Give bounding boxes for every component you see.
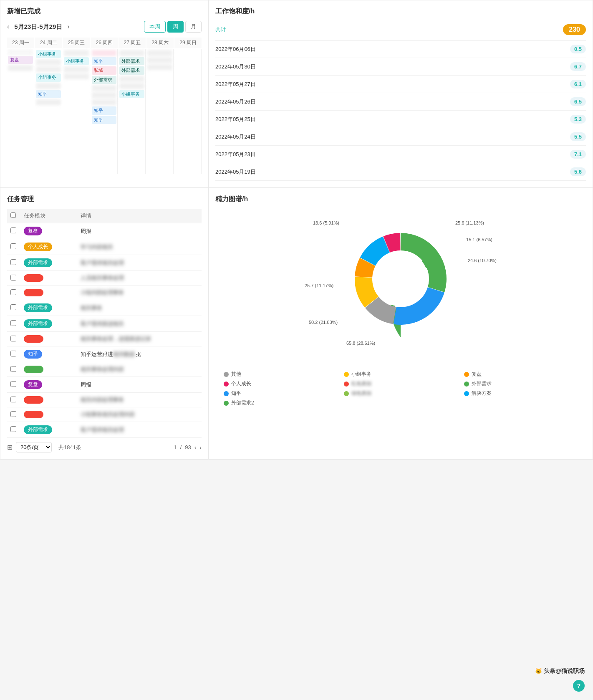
label-other: 50.2 (21.83%) [309, 320, 338, 325]
page-prev-btn[interactable]: ‹ [194, 444, 197, 451]
workload-total-label: 共计 [215, 26, 226, 33]
cal-prev-btn[interactable]: ‹ [7, 23, 9, 30]
task-check-12[interactable] [10, 411, 16, 417]
task-check-5[interactable] [10, 304, 16, 310]
workload-val-5: 5.5 [570, 132, 586, 141]
task-check-6[interactable] [10, 320, 16, 326]
legend-label-green: 绿色类别 [351, 390, 371, 397]
legend-item-waibu2: 外部需求2 [224, 399, 337, 407]
task-detail-8: 知乎运营跟进相关数据 据 [81, 351, 142, 357]
table-row: 小组事务相关处理内容 [7, 407, 202, 422]
task-check-0[interactable] [10, 227, 16, 233]
task-check-1[interactable] [10, 243, 16, 249]
cal-day-26: 26 周四 [91, 38, 118, 48]
task-tag-2: 外部需求 [24, 258, 52, 267]
task-check-11[interactable] [10, 397, 16, 402]
task-detail-7: 相关事务处理，进度跟进记录 [81, 336, 151, 342]
cal-tag-zhihu4: 知乎 [92, 116, 117, 124]
cal-tag-zhihu1: 知乎 [36, 90, 61, 98]
cal-tag-xiaozu1: 小组事务 [36, 50, 61, 58]
cal-thisweek-btn[interactable]: 本周 [144, 21, 166, 33]
task-tag-13: 外部需求 [24, 425, 52, 434]
cal-tag-waibu2: 外部需求 [119, 57, 144, 65]
cal-next-btn[interactable]: › [67, 23, 69, 30]
task-tag-0: 复盘 [24, 227, 42, 235]
cal-day-23: 23 周一 [7, 38, 34, 48]
calendar-header: ‹ 5月23日-5月29日 › 本周 周 月 [7, 21, 202, 33]
task-check-9[interactable] [10, 366, 16, 372]
cal-col-28 [146, 49, 174, 174]
table-row: 复盘 周报 [7, 377, 202, 393]
legend-item-geren: 个人成长 [224, 380, 337, 387]
task-table: 任务模块 详情 复盘 周报 个人成长 学习内容相关 [7, 209, 202, 438]
cal-col-29 [174, 49, 202, 174]
cal-week-btn[interactable]: 周 [167, 21, 184, 33]
workload-date-3: 2022年05月26日 [215, 98, 256, 106]
task-check-2[interactable] [10, 259, 16, 265]
workload-title: 工作饱和度/h [215, 7, 586, 16]
workload-date-2: 2022年05月27日 [215, 81, 256, 88]
legend-item-zhihu: 知乎 [224, 390, 337, 397]
task-col-check [7, 209, 20, 223]
task-detail-0: 周报 [81, 228, 91, 234]
task-check-4[interactable] [10, 289, 16, 295]
cal-tag [92, 50, 117, 56]
table-row: 个人成长 学习内容相关 [7, 239, 202, 255]
calendar-grid-header: 23 周一 24 周二 25 周三 26 周四 27 周五 28 周六 29 周… [7, 38, 202, 174]
cal-btn-group: 本周 周 月 [144, 21, 202, 33]
task-check-10[interactable] [10, 381, 16, 387]
cal-tag [119, 83, 144, 89]
legend-dot-other [224, 372, 229, 377]
workload-val-2: 6.1 [570, 80, 586, 88]
workload-row-6: 2022年05月23日 7.1 [215, 146, 586, 163]
task-total-pages: 93 [185, 444, 191, 450]
workload-date-0: 2022年06月06日 [215, 45, 256, 53]
task-detail-6: 客户需求跟进相关 [81, 321, 124, 327]
workload-date-5: 2022年05月24日 [215, 133, 256, 141]
cal-tag [64, 73, 89, 79]
cal-day-25: 25 周三 [63, 38, 90, 48]
workload-row-7: 2022年05月19日 5.6 [215, 163, 586, 181]
task-check-3[interactable] [10, 275, 16, 281]
legend-label-geren: 个人成长 [231, 380, 251, 387]
task-tag-3 [24, 274, 43, 282]
energy-panel: 精力图谱/h [209, 188, 593, 460]
cal-tag-zhihu2: 知乎 [92, 57, 117, 65]
task-detail-10: 周报 [81, 382, 91, 388]
workload-val-7: 5.6 [570, 167, 586, 176]
task-check-8[interactable] [10, 351, 16, 356]
legend-label-other: 其他 [231, 371, 241, 378]
cal-day-27: 27 周五 [119, 38, 146, 48]
workload-row-0: 2022年06月06日 0.5 [215, 40, 586, 58]
cal-tag-fupen: 复盘 [8, 56, 33, 64]
task-tag-12 [24, 411, 43, 418]
per-page-select[interactable]: 20条/页 50条/页 100条/页 [16, 442, 52, 452]
legend-label-zhihu: 知乎 [231, 390, 241, 397]
workload-val-0: 0.5 [570, 45, 586, 53]
label-fupen: 15.1 (6.57%) [466, 237, 492, 242]
cal-tag-waibu1: 外部需求 [92, 76, 117, 84]
energy-title: 精力图谱/h [215, 195, 586, 204]
cal-col-27: 外部需求 外部需求 小组事务 [119, 49, 146, 174]
task-detail-4: 小组内部处理事务 [81, 289, 124, 296]
legend-dot-red [344, 382, 349, 387]
cal-tag [36, 83, 61, 89]
cal-day-28: 28 周六 [146, 38, 174, 48]
table-row: 小组内部处理事务 [7, 286, 202, 300]
legend-dot-geren [224, 382, 229, 387]
task-check-13[interactable] [10, 426, 16, 432]
cal-month-btn[interactable]: 月 [185, 21, 202, 33]
task-check-7[interactable] [10, 336, 16, 341]
table-row: 外部需求 客户需求跟进相关 [7, 316, 202, 332]
legend-label-fupen: 复盘 [472, 371, 482, 378]
legend-item-jiejue: 解决方案 [464, 390, 578, 397]
task-tag-10: 复盘 [24, 380, 42, 389]
label-zhihu: 25.7 (11.17%) [305, 283, 333, 288]
cal-tag-zhihu3: 知乎 [92, 106, 117, 114]
legend-label-red: 红色类别 [351, 380, 371, 387]
task-select-all[interactable] [10, 212, 16, 218]
task-tag-11 [24, 396, 43, 404]
cal-tag [8, 50, 33, 52]
svg-point-0 [373, 251, 428, 306]
page-next-btn[interactable]: › [199, 444, 202, 451]
